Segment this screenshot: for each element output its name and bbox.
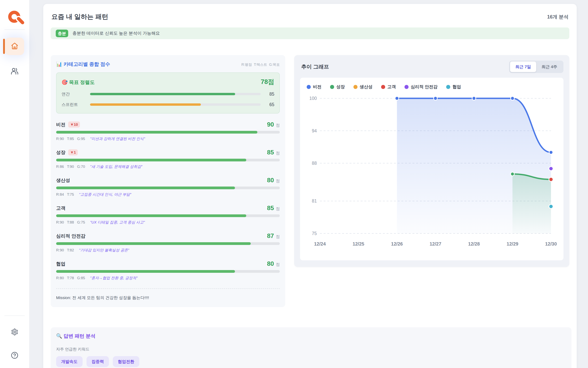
goal-alignment-box: 🎯 목표 정렬도 78점 연간 85 스프린트 65 xyxy=(56,73,280,113)
category-quote: "미션과 강하게 연결된 비전 인식" xyxy=(90,136,145,141)
sidebar-bottom xyxy=(0,315,29,368)
answer-pattern-panel: 🔍 답변 패턴 분석 자주 언급한 키워드 개발속도 집중력 협업전환 발견된 … xyxy=(51,327,571,368)
x-tick-label: 12/24 xyxy=(314,241,326,247)
tab-last-4-weeks[interactable]: 최근 4주 xyxy=(536,62,562,72)
legend-dot xyxy=(307,85,311,89)
score-legend: R:평점 T:텍스트 G:목표 xyxy=(241,62,280,67)
category-quote: "UX 디테일 집중, 고객 중심 사고" xyxy=(90,220,145,225)
category-meta: R:90 T:88 G:75 xyxy=(56,220,85,224)
content-card: 요즘 내 일하는 패턴 16개 분석 충분 충분한 데이터로 신뢰도 높은 분석… xyxy=(43,4,577,368)
legend-item-customer: 고객 xyxy=(381,84,396,90)
keyword-pill[interactable]: 협업전환 xyxy=(113,356,139,367)
active-indicator xyxy=(3,39,5,54)
legend-item-productivity: 생산성 xyxy=(354,84,373,90)
chart-panel: 비전 성장 생산성 고객 심리적 안전감 협업 1009488817512/24… xyxy=(300,78,563,260)
data-point xyxy=(511,172,514,176)
x-tick-label: 12/30 xyxy=(545,241,557,247)
y-tick-label: 94 xyxy=(312,128,317,133)
sidebar-item-settings[interactable] xyxy=(5,326,24,339)
category-score: 85 xyxy=(267,149,274,156)
category-score: 90 xyxy=(267,121,274,128)
legend-dot xyxy=(330,85,334,89)
main-area: 요즘 내 일하는 패턴 16개 분석 충분 충분한 데이터로 신뢰도 높은 분석… xyxy=(29,0,588,368)
page-header: 요즘 내 일하는 패턴 16개 분석 xyxy=(51,12,569,21)
sidebar xyxy=(0,0,29,368)
data-sufficiency-banner: 충분 충분한 데이터로 신뢰도 높은 분석이 가능해요 xyxy=(51,28,569,39)
home-icon xyxy=(11,42,19,51)
category-bar-fill xyxy=(56,186,235,189)
category-name: 생산성 xyxy=(56,177,70,184)
legend-dot xyxy=(404,85,409,89)
page-title: 요즘 내 일하는 패턴 xyxy=(51,12,108,21)
gear-icon xyxy=(11,328,18,336)
delta-badge: ▼1 xyxy=(68,149,78,155)
category-bar-fill xyxy=(56,270,235,273)
legend-dot xyxy=(446,85,450,89)
trend-graph-card: 추이 그래프 최근 7일 최근 4주 비전 성장 생산성 고객 심리적 안전감 … xyxy=(294,55,569,267)
category-bar-fill xyxy=(56,131,257,134)
legend-item-psych-safety: 심리적 안전감 xyxy=(404,84,438,90)
category-row-growth: 성장 ▼1 85점 R:86 T:90 G:70"새 기술 도입, 문제해결 성… xyxy=(56,149,280,169)
x-tick-label: 12/29 xyxy=(507,241,518,247)
data-point xyxy=(549,177,553,182)
goal-bar-track xyxy=(90,103,261,106)
delta-badge: ▼10 xyxy=(68,121,80,128)
category-meta: R:86 T:90 G:70 xyxy=(56,165,85,169)
data-point xyxy=(434,97,437,100)
category-score: 80 xyxy=(267,177,274,184)
category-score: 87 xyxy=(267,232,274,239)
score-unit: 점 xyxy=(276,150,280,156)
goal-row-label: 스프린트 xyxy=(62,102,90,107)
category-bar-fill xyxy=(56,242,251,245)
category-score: 80 xyxy=(267,260,274,267)
goal-row-annual: 연간 85 xyxy=(62,91,274,97)
y-tick-label: 75 xyxy=(312,231,317,236)
category-meta: R:80 T:78 G:85 xyxy=(56,276,85,280)
goal-row-value: 65 xyxy=(261,102,274,107)
data-point xyxy=(511,97,514,100)
category-name: 심리적 안전감 xyxy=(56,233,85,239)
category-bar-track xyxy=(56,214,280,217)
legend-item-growth: 성장 xyxy=(330,84,345,90)
legend-dot xyxy=(381,85,385,89)
sidebar-item-home[interactable] xyxy=(5,37,24,55)
keywords-label: 자주 언급한 키워드 xyxy=(56,347,566,352)
score-unit: 점 xyxy=(276,206,280,212)
sidebar-item-team[interactable] xyxy=(5,65,24,78)
target-icon: 🎯 xyxy=(62,79,68,85)
keyword-pill[interactable]: 개발속도 xyxy=(56,356,83,367)
category-panel-title: 📊 카테고리별 종합 점수 xyxy=(56,61,110,67)
category-bar-track xyxy=(56,270,280,273)
data-point xyxy=(549,150,553,154)
category-quote: "고집중 시간대 인식, 야근 부담" xyxy=(79,192,131,197)
answer-pattern-title: 🔍 답변 패턴 분석 xyxy=(56,333,566,339)
analysis-count: 16개 분석 xyxy=(547,14,569,20)
data-point xyxy=(549,204,553,209)
help-circle-icon xyxy=(11,352,18,360)
x-tick-label: 12/26 xyxy=(391,241,403,247)
goal-bar-track xyxy=(90,93,261,95)
keyword-pill[interactable]: 집중력 xyxy=(86,356,109,367)
score-unit: 점 xyxy=(276,262,280,267)
category-bar-track xyxy=(56,159,280,161)
legend-item-vision: 비전 xyxy=(307,84,321,90)
app-logo[interactable] xyxy=(8,11,21,24)
category-row-productivity: 생산성 80점 R:84 T:75"고집중 시간대 인식, 야근 부담" xyxy=(56,177,280,197)
category-meta: R:84 T:75 xyxy=(56,192,74,197)
category-meta: R:90 T:82 xyxy=(56,248,74,252)
series-area xyxy=(513,174,551,233)
goal-row-label: 연간 xyxy=(62,91,90,97)
category-bar-track xyxy=(56,242,280,245)
data-point xyxy=(395,97,399,100)
score-unit: 점 xyxy=(276,234,280,239)
category-bar-track xyxy=(56,131,280,134)
category-row-psych-safety: 심리적 안전감 87점 R:90 T:82"기대감 있지만 불확실성 공존" xyxy=(56,232,280,253)
tab-last-7-days[interactable]: 최근 7일 xyxy=(510,62,536,72)
category-quote: "새 기술 도입, 문제해결 성취감" xyxy=(90,164,142,169)
sidebar-item-help[interactable] xyxy=(5,349,24,363)
chart-legend: 비전 성장 생산성 고객 심리적 안전감 협업 xyxy=(306,82,558,90)
category-score-panel: 📊 카테고리별 종합 점수 R:평점 T:텍스트 G:목표 🎯 목표 정렬도 7… xyxy=(51,55,285,307)
category-meta: R:90 T:85 G:95 xyxy=(56,137,85,141)
goal-row-sprint: 스프린트 65 xyxy=(62,102,274,107)
category-quote: "혼자→협업 전환 중, 긍정적" xyxy=(90,276,138,281)
